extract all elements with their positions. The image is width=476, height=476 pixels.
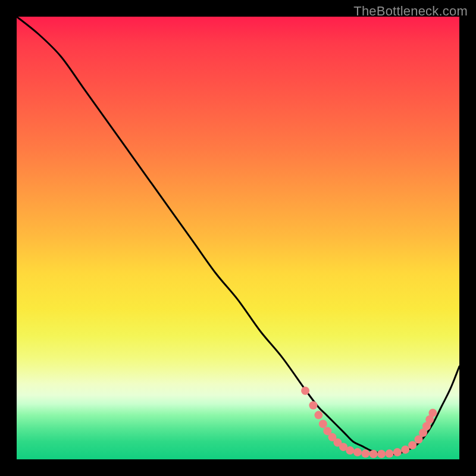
data-marker (369, 450, 378, 458)
data-marker (301, 387, 309, 395)
marker-group (301, 387, 437, 458)
data-marker (353, 448, 362, 456)
data-marker (319, 419, 327, 428)
chart-stage: TheBottleneck.com (0, 0, 476, 476)
bottleneck-curve (17, 17, 459, 455)
data-marker (346, 446, 354, 455)
data-marker (314, 411, 322, 419)
chart-svg (17, 17, 459, 459)
data-marker (401, 446, 409, 454)
data-marker (361, 449, 369, 458)
data-marker (393, 448, 402, 456)
attribution-label: TheBottleneck.com (353, 4, 468, 19)
data-marker (309, 401, 317, 409)
plot-area (17, 17, 459, 459)
data-marker (408, 441, 416, 449)
data-marker (385, 449, 393, 458)
data-marker (377, 450, 386, 458)
data-marker (428, 409, 437, 417)
